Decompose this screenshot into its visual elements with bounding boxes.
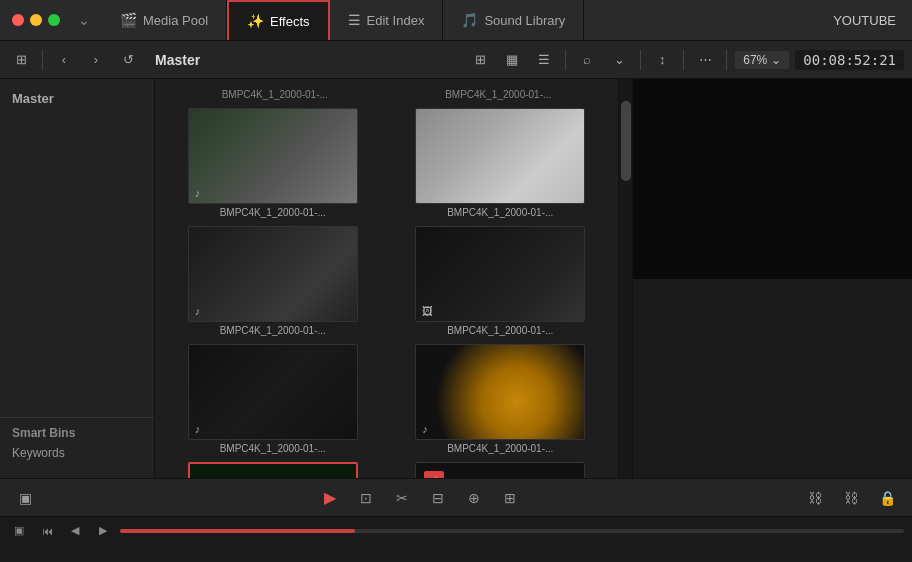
preview-video: [633, 79, 912, 279]
scroll-thumb[interactable]: [621, 101, 631, 181]
minimize-button[interactable]: [30, 14, 42, 26]
timeline-progress-fill: [120, 529, 355, 533]
tab-edit-index-label: Edit Index: [367, 13, 425, 28]
list-view-icon[interactable]: ☰: [531, 47, 557, 73]
thumbnail-vid5: ♪: [188, 344, 358, 440]
list-item[interactable]: ♪ BMPC4K_1_2000-01-...: [163, 226, 383, 336]
scroll-track[interactable]: [618, 79, 632, 478]
smart-bins-label: Smart Bins: [12, 426, 142, 440]
monitor-icon[interactable]: ▣: [12, 485, 38, 511]
divider4: [683, 50, 684, 70]
sidebar-bottom: Smart Bins Keywords: [0, 417, 154, 470]
file-header-2: BMPC4K_1_2000-01-...: [387, 87, 611, 104]
refresh-icon[interactable]: ↺: [115, 47, 141, 73]
tab-media-pool[interactable]: 🎬 Media Pool: [102, 0, 227, 40]
folder-title: Master: [147, 52, 208, 68]
tab-effects[interactable]: ✨ Effects: [227, 0, 330, 40]
close-button[interactable]: [12, 14, 24, 26]
lock-icon[interactable]: 🔒: [874, 485, 900, 511]
top-tabs: 🎬 Media Pool ✨ Effects ☰ Edit Index 🎵 So…: [102, 0, 584, 40]
timecode-display: 00:08:52:21: [795, 50, 904, 70]
tab-edit-index[interactable]: ☰ Edit Index: [330, 0, 444, 40]
window-title: YOUTUBE: [833, 13, 912, 28]
link-clips-icon[interactable]: ⛓: [802, 485, 828, 511]
thumbnail-audio: [188, 462, 358, 478]
media-grid-row3: ♪ BMPC4K_1_2000-01-... ♪ BMPC4K_1_2000-0…: [163, 344, 610, 454]
file-header-1: BMPC4K_1_2000-01-...: [163, 87, 387, 104]
unlink-clips-icon[interactable]: ⛓: [838, 485, 864, 511]
music-icon: ♪: [422, 187, 428, 199]
timeline-back-icon[interactable]: ⏮: [36, 520, 58, 542]
media-label: BMPC4K_1_2000-01-...: [188, 207, 358, 218]
media-label: BMPC4K_1_2000-01-...: [188, 325, 358, 336]
timeline-bar: ▣ ⏮ ◀ ▶: [0, 516, 912, 544]
media-label: BMPC4K_1_2000-01-...: [415, 443, 585, 454]
timeline-monitor-icon[interactable]: ▣: [8, 520, 30, 542]
bottom-toolbar: ▣ ▶ ⊡ ✂ ⊟ ⊕ ⊞ ⛓ ⛓ 🔒: [0, 478, 912, 516]
grid-view-icon[interactable]: ⊞: [467, 47, 493, 73]
back-icon[interactable]: ‹: [51, 47, 77, 73]
divider5: [726, 50, 727, 70]
list-item[interactable]: ♪ BMPC4K_1_2000-01-...: [163, 108, 383, 218]
media-grid-row4: Kit 31 Cm 90BPM.wav ✓ ⊟ Timeline 1: [163, 462, 610, 478]
media-area: BMPC4K_1_2000-01-... BMPC4K_1_2000-01-..…: [155, 79, 618, 478]
tab-sound-library[interactable]: 🎵 Sound Library: [443, 0, 584, 40]
tab-media-pool-label: Media Pool: [143, 13, 208, 28]
more-options-icon[interactable]: ⋯: [692, 47, 718, 73]
timeline-progress-bar[interactable]: [120, 529, 904, 533]
list-item[interactable]: ♪ BMPC4K_1_2000-01-...: [391, 344, 611, 454]
thumbnail-vid4: 🖼: [415, 226, 585, 322]
media-label: BMPC4K_1_2000-01-...: [415, 207, 585, 218]
tile-view-icon[interactable]: ▦: [499, 47, 525, 73]
zoom-chevron-icon: ⌄: [771, 53, 781, 67]
media-grid-row1: ♪ BMPC4K_1_2000-01-... ♪ BMPC4K_1_2000-0…: [163, 108, 610, 218]
top-bar: ⌄ 🎬 Media Pool ✨ Effects ☰ Edit Index 🎵 …: [0, 0, 912, 41]
thumbnail-vid6: ♪: [415, 344, 585, 440]
timeline-next-icon[interactable]: ▶: [92, 520, 114, 542]
chevron-down-icon[interactable]: ⌄: [606, 47, 632, 73]
gap-icon[interactable]: ⊞: [497, 485, 523, 511]
media-label: BMPC4K_1_2000-01-...: [415, 325, 585, 336]
view-toggle-icon[interactable]: ⊞: [8, 47, 34, 73]
list-item[interactable]: 🖼 BMPC4K_1_2000-01-...: [391, 226, 611, 336]
divider: [42, 50, 43, 70]
cut-icon[interactable]: ✂: [389, 485, 415, 511]
media-grid-row2: ♪ BMPC4K_1_2000-01-... 🖼 BMPC4K_1_2000-0…: [163, 226, 610, 336]
second-bar: ⊞ ‹ › ↺ Master ⊞ ▦ ☰ ⌕ ⌄ ↕ ⋯ 67% ⌄ 00:08…: [0, 41, 912, 79]
divider2: [565, 50, 566, 70]
arrow-select-icon[interactable]: ▶: [317, 485, 343, 511]
timeline-prev-icon[interactable]: ◀: [64, 520, 86, 542]
effects-icon: ✨: [247, 13, 264, 29]
timeline-track: [120, 529, 904, 533]
list-item[interactable]: ✓ ⊟ Timeline 1: [391, 462, 611, 478]
zoom-value: 67%: [743, 53, 767, 67]
edit-index-icon: ☰: [348, 12, 361, 28]
audio-waveform: [190, 464, 356, 478]
divider3: [640, 50, 641, 70]
thumbnail-vid3: ♪: [188, 226, 358, 322]
sound-library-icon: 🎵: [461, 12, 478, 28]
trim-icon[interactable]: ⊡: [353, 485, 379, 511]
list-item[interactable]: ♪ BMPC4K_1_2000-01-...: [163, 344, 383, 454]
preview-area: [632, 79, 912, 478]
list-item[interactable]: Kit 31 Cm 90BPM.wav: [163, 462, 383, 478]
list-item[interactable]: ♪ BMPC4K_1_2000-01-...: [391, 108, 611, 218]
music-icon: ♪: [195, 423, 201, 435]
replace-icon[interactable]: ⊕: [461, 485, 487, 511]
tab-sound-library-label: Sound Library: [484, 13, 565, 28]
tab-effects-label: Effects: [270, 14, 310, 29]
music-icon: ♪: [195, 305, 201, 317]
sidebar-item-keywords[interactable]: Keywords: [12, 444, 142, 462]
music-icon: ♪: [195, 187, 201, 199]
nav-chevron-icon[interactable]: ⌄: [72, 8, 96, 32]
image-icon: 🖼: [422, 305, 433, 317]
forward-icon[interactable]: ›: [83, 47, 109, 73]
sidebar: Master Smart Bins Keywords: [0, 79, 155, 478]
maximize-button[interactable]: [48, 14, 60, 26]
thumbnail-vid2: ♪: [415, 108, 585, 204]
search-icon[interactable]: ⌕: [574, 47, 600, 73]
file-headers: BMPC4K_1_2000-01-... BMPC4K_1_2000-01-..…: [163, 87, 610, 104]
zoom-display[interactable]: 67% ⌄: [735, 51, 789, 69]
sort-icon[interactable]: ↕: [649, 47, 675, 73]
overwrite-icon[interactable]: ⊟: [425, 485, 451, 511]
